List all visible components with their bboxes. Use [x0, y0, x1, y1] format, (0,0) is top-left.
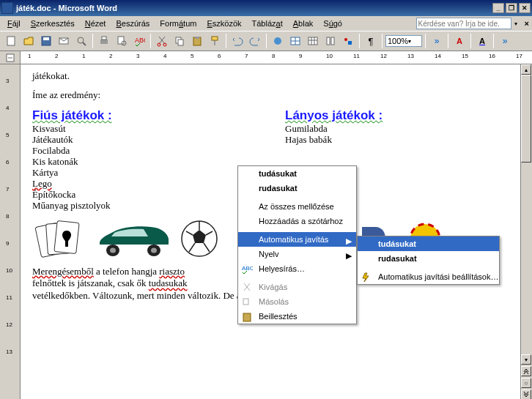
svg-point-38 [110, 247, 116, 253]
svg-rect-28 [331, 37, 334, 45]
list-item: Kártya [32, 168, 256, 179]
close-pane-icon[interactable]: × [525, 19, 529, 28]
spelling-item[interactable]: ABC Helyesírás… [238, 261, 356, 276]
vertical-scrollbar[interactable]: ▴ ▾ ○ [520, 64, 532, 399]
help-dropdown-icon[interactable]: ▾ [514, 20, 517, 27]
table-button[interactable] [287, 33, 303, 49]
cut-button[interactable] [154, 33, 170, 49]
doc-text: Íme az eredmény: [32, 89, 509, 101]
svg-rect-14 [178, 40, 183, 45]
clipart-cards [32, 217, 85, 260]
paste-item[interactable]: Beillesztés [238, 309, 356, 324]
svg-text:ABC: ABC [135, 37, 145, 44]
restore-button[interactable]: ❐ [506, 3, 517, 13]
menu-edit[interactable]: Szerkesztés [26, 18, 79, 29]
scroll-down-button[interactable]: ▾ [521, 354, 531, 365]
scroll-up-button[interactable]: ▴ [521, 64, 531, 75]
next-page-button[interactable] [521, 389, 531, 399]
sub-suggestion-item[interactable]: rudasukat [358, 251, 499, 266]
svg-rect-54 [243, 313, 251, 321]
submenu-arrow-icon: ▶ [346, 236, 352, 246]
help-input[interactable] [416, 18, 511, 29]
list-item: Műanyag pisztolyok [32, 201, 256, 212]
paste-icon [241, 311, 253, 323]
insert-table-button[interactable] [305, 33, 321, 49]
highlight-button[interactable]: A [451, 33, 468, 49]
add-dictionary-item[interactable]: Hozzáadás a szótárhoz [238, 214, 356, 228]
svg-rect-17 [212, 37, 218, 40]
submenu-arrow-icon: ▶ [346, 251, 352, 261]
menu-file[interactable]: Fájl [3, 18, 25, 29]
lightning-icon [361, 272, 372, 283]
svg-rect-53 [243, 299, 248, 305]
clipart-ball [180, 220, 218, 258]
close-button[interactable]: ✕ [519, 3, 531, 13]
list-item: Kisvasút [32, 124, 256, 135]
spell-context-menu: tudásukat rudasukat Az összes mellőzése … [237, 165, 357, 324]
svg-point-19 [274, 37, 281, 45]
list-item: Focilabda [32, 146, 256, 157]
cut-icon [241, 282, 253, 294]
svg-rect-30 [348, 41, 352, 45]
svg-rect-36 [65, 241, 68, 247]
language-item[interactable]: Nyelv ▶ [238, 247, 356, 261]
svg-rect-2 [43, 37, 49, 40]
svg-point-40 [151, 247, 157, 253]
menu-insert[interactable]: Beszúrás [111, 18, 154, 29]
open-button[interactable] [21, 33, 37, 49]
document-page[interactable]: játékokat. Íme az eredmény: Fiús játékok… [21, 64, 520, 399]
format-painter-button[interactable] [207, 33, 223, 49]
autocorrect-settings-item[interactable]: Automatikus javítási beállítások… [358, 269, 499, 284]
horizontal-ruler[interactable]: 121234567891011121314151617 [0, 51, 532, 64]
font-color-button[interactable]: A [474, 33, 490, 49]
undo-button[interactable] [229, 33, 245, 49]
svg-line-5 [83, 42, 86, 45]
copy-button[interactable] [171, 33, 188, 49]
print-button[interactable] [96, 33, 112, 49]
menu-table[interactable]: Táblázat [248, 18, 287, 29]
heading-girls: Lányos játékok : [285, 108, 509, 123]
redo-button[interactable] [247, 33, 263, 49]
vertical-ruler[interactable]: 345678910111213 [0, 64, 21, 399]
mail-button[interactable] [56, 33, 72, 49]
sub-suggestion-item[interactable]: tudásukat [358, 236, 499, 251]
scroll-thumb[interactable] [521, 75, 531, 163]
svg-rect-27 [327, 37, 330, 45]
spell-button[interactable]: ABC [131, 33, 147, 49]
more-formatting-icon[interactable]: » [497, 33, 513, 49]
titlebar: játék.doc - Microsoft Word _ ❐ ✕ [0, 0, 532, 16]
menubar: Fájl Szerkesztés Nézet Beszúrás Formátum… [0, 16, 532, 31]
columns-button[interactable] [322, 33, 339, 49]
copy-item: Másolás [238, 294, 356, 309]
menu-tools[interactable]: Eszközök [202, 18, 245, 29]
word-icon [1, 2, 13, 14]
svg-text:ABC: ABC [242, 265, 253, 272]
prev-page-button[interactable] [521, 366, 531, 376]
zoom-combo[interactable]: 100%▾ [385, 35, 422, 47]
menu-help[interactable]: Súgó [319, 18, 347, 29]
autocorrect-item[interactable]: Automatikus javítás ▶ [238, 232, 356, 247]
svg-rect-6 [100, 40, 108, 44]
browse-object-button[interactable]: ○ [521, 378, 531, 388]
clipart-car [92, 221, 173, 256]
suggestion-item[interactable]: tudásukat [238, 166, 356, 181]
menu-window[interactable]: Ablak [289, 18, 318, 29]
window-title: játék.doc - Microsoft Word [16, 4, 492, 12]
preview-button[interactable] [114, 33, 130, 49]
paste-button[interactable] [189, 33, 205, 49]
menu-format[interactable]: Formátum [155, 18, 201, 29]
list-item: Lego [32, 179, 256, 190]
svg-rect-7 [102, 37, 106, 40]
more-buttons-icon[interactable]: » [429, 33, 445, 49]
menu-view[interactable]: Nézet [81, 18, 111, 29]
minimize-button[interactable]: _ [492, 3, 504, 13]
suggestion-item[interactable]: rudasukat [238, 181, 356, 195]
new-button[interactable] [3, 33, 19, 49]
ignore-all-item[interactable]: Az összes mellőzése [238, 199, 356, 214]
search-button[interactable] [73, 33, 89, 49]
drawing-button[interactable] [340, 33, 356, 49]
hyperlink-button[interactable] [270, 33, 286, 49]
show-marks-button[interactable]: ¶ [363, 33, 379, 49]
list-item: Gumilabda [285, 124, 509, 135]
save-button[interactable] [38, 33, 54, 49]
